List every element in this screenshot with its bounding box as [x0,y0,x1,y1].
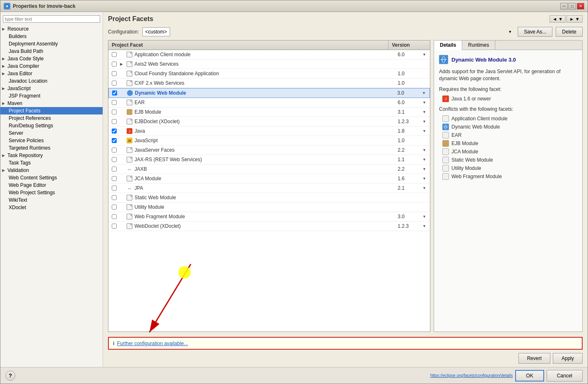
table-row: EJB Module 3.1 ▼ [108,107,430,117]
revert-button[interactable]: Revert [518,353,550,364]
version-dropdown[interactable]: ▼ [422,100,430,105]
sidebar-item-server[interactable]: Server [0,129,103,137]
sidebar-item-jsp-fragment[interactable]: JSP Fragment [0,92,103,100]
details-content: Dynamic Web Module 3.0 Adds support for … [434,50,582,332]
tab-details[interactable]: Details [434,41,462,50]
facet-name: EJBDoclet (XDoclet) [134,119,398,124]
close-button[interactable]: ✕ [577,3,584,10]
sidebar-item-run-debug-settings[interactable]: Run/Debug Settings [0,122,103,129]
version-dropdown[interactable]: ▼ [422,186,430,190]
sidebar-item-maven[interactable]: ▶ Maven [0,100,103,107]
sidebar-item-java-code-style[interactable]: ▶ Java Code Style [0,55,103,62]
facet-icon [126,175,133,182]
sidebar-item-builders[interactable]: Builders [0,33,103,40]
version-dropdown[interactable]: ▼ [422,91,430,95]
facet-checkbox[interactable] [112,214,117,219]
sidebar-item-resource[interactable]: ▶ Resource [0,25,103,33]
facet-checkbox[interactable] [112,91,117,95]
ok-button[interactable]: OK [515,370,544,382]
sidebar-item-targeted-runtimes[interactable]: Targeted Runtimes [0,144,103,152]
filter-input[interactable] [3,15,100,23]
version-dropdown[interactable]: ▼ [422,157,430,162]
sidebar-item-project-facets[interactable]: Project Facets [0,107,103,114]
facet-checkbox[interactable] [112,157,117,162]
facet-version: 1.0 [398,71,422,76]
facet-checkbox[interactable] [112,81,117,86]
sidebar-item-web-page-editor[interactable]: Web Page Editor [0,181,103,189]
configuration-select[interactable]: <custom> [142,27,170,36]
version-dropdown[interactable]: ▼ [422,119,430,124]
facet-name: CXF 2.x Web Services [134,80,398,86]
sidebar-item-wikitext[interactable]: WikiText [0,196,103,204]
version-dropdown[interactable]: ▼ [422,110,430,114]
version-dropdown[interactable]: ▼ [422,167,430,171]
table-row: ↔ JPA 2.1 ▼ [108,184,430,193]
sidebar-item-web-content-settings[interactable]: Web Content Settings [0,174,103,181]
facet-checkbox[interactable] [112,119,117,124]
version-dropdown[interactable]: ▼ [422,176,430,181]
sidebar-item-service-policies[interactable]: Service Policies [0,137,103,144]
facet-checkbox[interactable] [112,148,117,153]
facet-checkbox[interactable] [112,176,117,181]
version-dropdown[interactable]: ▼ [422,52,430,57]
sidebar-item-web-project-settings[interactable]: Web Project Settings [0,189,103,196]
sidebar-item-javascript[interactable]: ▶ JavaScript [0,85,103,92]
right-panel: Project Facets ◄ ▼ ► ▼ Configuration: <c… [103,12,588,367]
sidebar-item-label: Java Editor [7,71,32,76]
sidebar-item-task-repository[interactable]: ▶ Task Repository [0,152,103,159]
facet-checkbox[interactable] [112,205,117,210]
facet-checkbox-area [109,91,120,95]
sidebar-item-javadoc-location[interactable]: Javadoc Location [0,77,103,85]
sidebar-item-java-editor[interactable]: ▶ Java Editor [0,70,103,77]
nav-fwd-button[interactable]: ► ▼ [566,15,583,23]
facet-checkbox[interactable] [112,110,117,114]
minimize-button[interactable]: ─ [560,3,568,10]
window-controls[interactable]: ─ □ ✕ [560,3,584,10]
cancel-button[interactable]: Cancel [547,370,583,382]
version-dropdown[interactable]: ▼ [422,129,430,133]
facet-checkbox-area [108,195,120,200]
sidebar-item-java-build-path[interactable]: Java Build Path [0,48,103,55]
further-config-link[interactable]: Further configuration available... [117,341,188,346]
facet-checkbox[interactable] [112,167,117,172]
facet-checkbox[interactable] [112,52,117,57]
facet-icon [126,156,133,163]
facet-checkbox[interactable] [112,71,117,76]
facet-name: JPA [134,185,398,191]
sidebar-item-label: Service Policies [9,138,44,143]
version-dropdown[interactable]: ▼ [422,215,430,219]
sidebar-item-task-tags[interactable]: Task Tags [0,159,103,167]
facet-checkbox[interactable] [112,129,117,134]
facet-expander[interactable]: ▶ [120,62,126,66]
help-button[interactable]: ? [5,371,15,381]
facet-checkbox[interactable] [112,195,117,200]
facets-table-body: Application Client module 6.0 ▼ ▶ Axis2 … [108,50,430,332]
conflict-item: Web Fragment Module [439,172,577,181]
expand-arrow: ▶ [2,27,5,31]
facets-table: Project Facet Version Application Client… [108,40,430,332]
sidebar-item-xdoclet[interactable]: XDoclet [0,204,103,211]
delete-button[interactable]: Delete [556,27,583,37]
nav-back-button[interactable]: ◄ ▼ [550,15,566,23]
facet-icon [126,99,133,106]
facet-checkbox[interactable] [112,62,117,67]
sidebar-item-deployment-assembly[interactable]: Deployment Assembly [0,40,103,48]
page-icon [442,115,449,122]
facet-checkbox[interactable] [112,138,117,143]
apply-button[interactable]: Apply [553,353,583,364]
facet-checkbox[interactable] [112,100,117,105]
tab-runtimes[interactable]: Runtimes [462,41,495,50]
sidebar-item-project-references[interactable]: Project References [0,114,103,122]
version-dropdown[interactable]: ▼ [422,148,430,152]
module-header: Dynamic Web Module 3.0 [439,55,577,64]
save-as-button[interactable]: Save As... [518,27,552,37]
facet-checkbox[interactable] [112,224,117,229]
facet-icon [126,194,133,201]
facet-icon [126,70,133,77]
restore-button[interactable]: □ [569,3,576,10]
conflict-item: Dynamic Web Module [439,123,577,131]
sidebar-item-java-compiler[interactable]: ▶ Java Compiler [0,62,103,70]
facet-checkbox[interactable] [112,186,117,191]
version-dropdown[interactable]: ▼ [422,224,430,228]
sidebar-item-validation[interactable]: ▶ Validation [0,167,103,174]
